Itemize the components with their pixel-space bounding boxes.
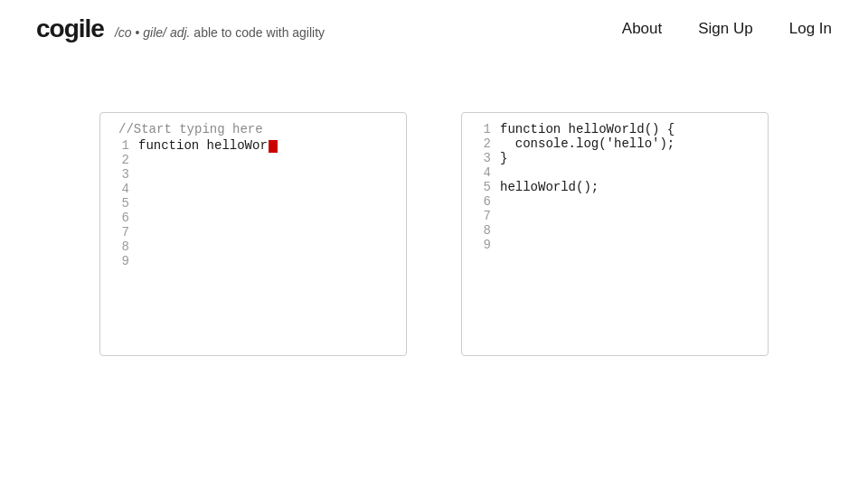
line-num-left-5: 5	[111, 196, 129, 211]
line-num-left-4: 4	[111, 182, 129, 196]
code-line-left-7: 7	[111, 225, 395, 239]
header-left: cogile /co • gile/ adj. able to code wit…	[36, 14, 325, 43]
line-num-right-9: 9	[473, 238, 491, 252]
nav-about[interactable]: About	[622, 20, 662, 38]
code-line-right-9: 9	[473, 238, 757, 252]
nav-signup[interactable]: Sign Up	[698, 20, 752, 38]
line-num-left-6: 6	[111, 211, 129, 225]
line-num-right-6: 6	[473, 194, 491, 209]
line-num-right-1: 1	[473, 122, 491, 136]
tagline-co: /co • gile/ adj. able to code with agili…	[115, 25, 325, 40]
site-logo: cogile	[36, 14, 104, 43]
line-num-left-9: 9	[111, 254, 129, 268]
code-line-right-1: 1 function helloWorld() {	[473, 122, 757, 136]
line-content-right-1: function helloWorld() {	[500, 122, 675, 136]
left-code-panel[interactable]: //Start typing here 1 function helloWor …	[99, 112, 407, 356]
code-line-right-3: 3 }	[473, 151, 757, 165]
main-content: //Start typing here 1 function helloWor …	[0, 58, 868, 392]
line-num-left-7: 7	[111, 225, 129, 239]
line-num-right-7: 7	[473, 209, 491, 223]
line-num-left-1: 1	[111, 138, 129, 153]
editor-comment: //Start typing here	[111, 122, 395, 136]
line-content-right-2: console.log('hello');	[500, 136, 675, 151]
code-line-right-6: 6	[473, 194, 757, 209]
site-tagline: /co • gile/ adj. able to code with agili…	[115, 25, 325, 40]
line-content-right-5: helloWorld();	[500, 180, 599, 194]
code-line-right-8: 8	[473, 223, 757, 238]
line-num-left-3: 3	[111, 167, 129, 182]
code-line-left-3: 3	[111, 167, 395, 182]
line-num-right-3: 3	[473, 151, 491, 165]
code-line-left-8: 8	[111, 239, 395, 254]
code-line-right-5: 5 helloWorld();	[473, 180, 757, 194]
line-num-left-8: 8	[111, 239, 129, 254]
main-nav: About Sign Up Log In	[622, 20, 832, 38]
nav-login[interactable]: Log In	[789, 20, 832, 38]
line-num-right-2: 2	[473, 136, 491, 151]
code-line-left-9: 9	[111, 254, 395, 268]
code-line-right-4: 4	[473, 165, 757, 180]
site-header: cogile /co • gile/ adj. able to code wit…	[0, 0, 868, 58]
right-code-panel: 1 function helloWorld() { 2 console.log(…	[461, 112, 769, 356]
code-line-right-7: 7	[473, 209, 757, 223]
line-content-left-1: function helloWor	[138, 138, 278, 153]
code-line-left-2: 2	[111, 153, 395, 167]
text-cursor	[269, 140, 278, 153]
line-num-left-2: 2	[111, 153, 129, 167]
code-line-left-4: 4	[111, 182, 395, 196]
code-line-left-1: 1 function helloWor	[111, 138, 395, 153]
code-line-left-6: 6	[111, 211, 395, 225]
line-content-right-3: }	[500, 151, 507, 165]
line-num-right-5: 5	[473, 180, 491, 194]
code-line-right-2: 2 console.log('hello');	[473, 136, 757, 151]
line-num-right-4: 4	[473, 165, 491, 180]
line-num-right-8: 8	[473, 223, 491, 238]
code-line-left-5: 5	[111, 196, 395, 211]
